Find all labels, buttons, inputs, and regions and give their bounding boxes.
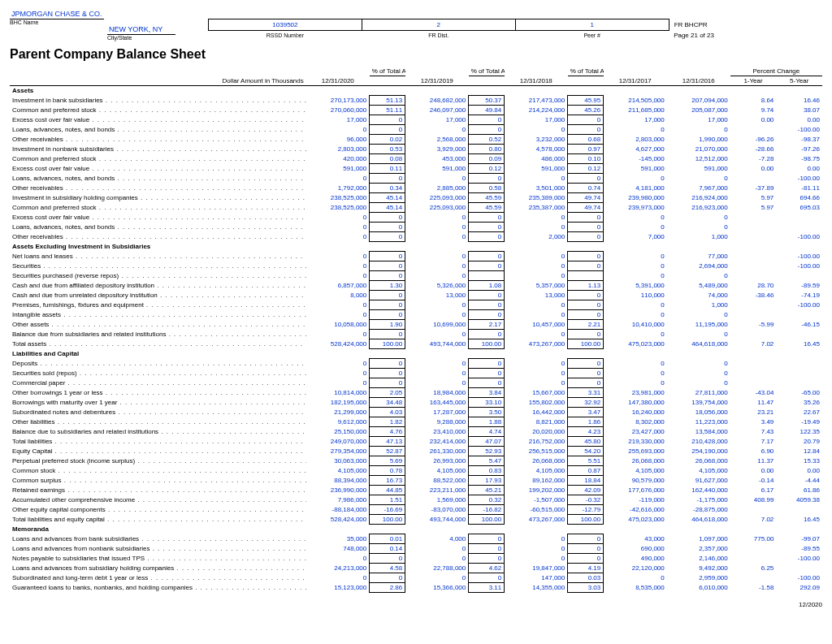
cell: 6.25 bbox=[730, 564, 777, 573]
cell: 3.47 bbox=[568, 408, 604, 417]
row-label: Loans and advances from nonbank subsidia… bbox=[10, 544, 306, 554]
cell: 4059.38 bbox=[776, 495, 822, 505]
cell: 24,213,000 bbox=[306, 564, 370, 573]
cell: 18,984,000 bbox=[405, 388, 469, 398]
row-label: Premises, furnishings, fixtures and equi… bbox=[10, 300, 306, 310]
cell: 0 bbox=[405, 252, 469, 261]
city-state: NEW YORK, NY bbox=[107, 25, 176, 35]
cell: 0 bbox=[469, 115, 505, 125]
cell: -1,507,000 bbox=[505, 495, 568, 505]
rssd-number: 1039502 bbox=[209, 19, 362, 30]
cell: 17,287,000 bbox=[405, 408, 469, 417]
cell bbox=[730, 300, 777, 310]
cell: 0 bbox=[604, 310, 667, 320]
cell: 2,803,000 bbox=[604, 135, 667, 145]
cell: 4.03 bbox=[370, 408, 405, 417]
cell: -37.89 bbox=[730, 184, 777, 193]
cell: 225,093,000 bbox=[405, 193, 469, 203]
row-label: Excess cost over fair value bbox=[10, 164, 306, 174]
cell: 3,501,000 bbox=[505, 184, 568, 193]
cell: 110,000 bbox=[604, 291, 667, 300]
cell bbox=[776, 310, 822, 320]
cell bbox=[469, 271, 505, 281]
cell: 43,000 bbox=[604, 534, 667, 544]
cell: 0 bbox=[469, 330, 505, 339]
table-row: Loans, advances, notes, and bonds0000000… bbox=[10, 174, 822, 184]
cell: 0.74 bbox=[568, 184, 604, 193]
cell: 2,000 bbox=[505, 232, 568, 242]
cell: 0.00 bbox=[776, 164, 822, 174]
cell: 100.00 bbox=[370, 515, 405, 525]
cell: 7,000 bbox=[604, 232, 667, 242]
cell: 4.19 bbox=[568, 564, 604, 573]
cell: 45.80 bbox=[568, 437, 604, 447]
cell: 0.02 bbox=[370, 135, 405, 145]
cell: 44.85 bbox=[370, 486, 405, 495]
cell: 19,847,000 bbox=[505, 564, 568, 573]
cell: 0 bbox=[370, 232, 405, 242]
row-label: Other receivables bbox=[10, 184, 306, 193]
cell: 5,489,000 bbox=[667, 281, 730, 291]
cell: -100.00 bbox=[776, 554, 822, 564]
cell: 32.92 bbox=[568, 398, 604, 408]
cell: -100.00 bbox=[776, 261, 822, 271]
cell: 52.87 bbox=[370, 447, 405, 456]
cell: 0 bbox=[306, 310, 370, 320]
cell: -65.00 bbox=[776, 388, 822, 398]
cell: 100.00 bbox=[370, 339, 405, 349]
cell: 9,288,000 bbox=[405, 417, 469, 427]
row-label: Common and preferred stock bbox=[10, 154, 306, 164]
balance-sheet-table: Dollar Amount in Thousands 12/31/2020 % … bbox=[10, 67, 822, 593]
cell: 473,267,000 bbox=[505, 515, 568, 525]
cell: 0 bbox=[405, 300, 469, 310]
cell: 1.13 bbox=[568, 281, 604, 291]
y5-hdr: 5-Year bbox=[776, 76, 822, 86]
cell: 0 bbox=[505, 554, 568, 564]
cell: 0.87 bbox=[568, 466, 604, 476]
cell: 38.07 bbox=[776, 106, 822, 115]
cell: 147,380,000 bbox=[604, 398, 667, 408]
cell: -60,515,000 bbox=[505, 505, 568, 515]
cell: 4,105,000 bbox=[306, 466, 370, 476]
cell bbox=[776, 369, 822, 378]
cell: 270,173,000 bbox=[306, 96, 370, 106]
cell: 13,000 bbox=[405, 291, 469, 300]
cell: 0 bbox=[306, 261, 370, 271]
cell: 4,105,000 bbox=[667, 466, 730, 476]
cell: -100.00 bbox=[776, 232, 822, 242]
company-name: JPMORGAN CHASE & CO. bbox=[10, 10, 104, 19]
cell: -4.44 bbox=[776, 476, 822, 486]
row-label: Net loans and leases bbox=[10, 252, 306, 261]
cell: 0 bbox=[505, 330, 568, 339]
fr-dist: 2 bbox=[362, 19, 515, 30]
cell: 0 bbox=[568, 291, 604, 300]
cell: 16,442,000 bbox=[505, 408, 568, 417]
cell: 0 bbox=[370, 554, 405, 564]
cell: 475,023,000 bbox=[604, 515, 667, 525]
col-2019: 12/31/2019 bbox=[405, 67, 469, 86]
cell: 0 bbox=[370, 174, 405, 184]
row-label: Other assets bbox=[10, 320, 306, 330]
cell: 256,515,000 bbox=[505, 447, 568, 456]
table-row: Net loans and leases000000077,000-100.00 bbox=[10, 252, 822, 261]
cell: 528,424,000 bbox=[306, 515, 370, 525]
cell: 30,063,000 bbox=[306, 456, 370, 466]
row-label: Loans and advances from subsidiary holdi… bbox=[10, 564, 306, 573]
cell: 0 bbox=[469, 291, 505, 300]
section-header: Memoranda bbox=[10, 525, 822, 534]
row-label: Excess cost over fair value bbox=[10, 115, 306, 125]
cell: 0 bbox=[568, 534, 604, 544]
table-row: Other receivables96,0000.022,568,0000.52… bbox=[10, 135, 822, 145]
cell: 453,000 bbox=[405, 154, 469, 164]
cell: 690,000 bbox=[604, 544, 667, 554]
cell: 15,123,000 bbox=[306, 583, 370, 593]
cell: 88,522,000 bbox=[405, 476, 469, 486]
cell: 0 bbox=[370, 213, 405, 223]
cell: 17,000 bbox=[306, 115, 370, 125]
cell: 748,000 bbox=[306, 544, 370, 554]
cell: 0 bbox=[667, 359, 730, 369]
row-label: Other equity capital components bbox=[10, 505, 306, 515]
cell: 0 bbox=[306, 252, 370, 261]
page-num: Page 21 of 23 bbox=[669, 30, 822, 41]
table-row: Investment in nonbank subsidiaries2,803,… bbox=[10, 145, 822, 154]
